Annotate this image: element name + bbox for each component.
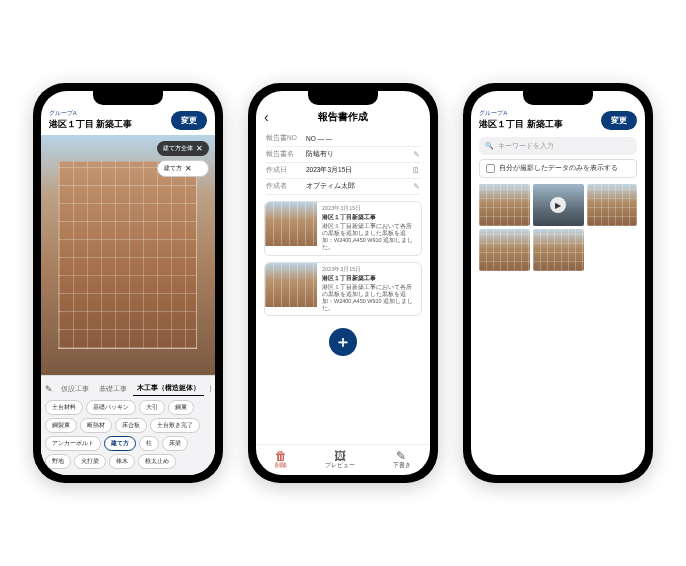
pencil-icon[interactable]: ✎: [45, 384, 53, 394]
media-thumb-video[interactable]: ▶: [533, 184, 584, 226]
meta-row: 報告書NO NO — —: [266, 131, 420, 147]
screen-gallery: グループA 港区１丁目 新築工事 変更 🔍 キーワードを入力 自分が撮影したデー…: [471, 91, 645, 475]
own-data-filter[interactable]: 自分が撮影したデータのみを表示する: [479, 159, 637, 178]
card-thumbnail: [265, 263, 317, 307]
chip-selected[interactable]: 建て方: [104, 436, 136, 451]
search-input[interactable]: 🔍 キーワードを入力: [479, 137, 637, 155]
chip[interactable]: 土台材料: [45, 400, 83, 415]
chip[interactable]: 棟木: [109, 454, 135, 469]
delete-button[interactable]: 🗑 削除: [275, 449, 287, 469]
screen-report-create: ‹ 報告書作成 報告書NO NO — — 報告書名 防蟻有り ✎ 作成日 202…: [256, 91, 430, 475]
chip[interactable]: 床合板: [115, 418, 147, 433]
report-items: 2023年3月15日 港区１丁目新築工事 港区１丁目新築工事において各所の黒板を…: [256, 201, 430, 444]
preview-button[interactable]: 🖼 プレビュー: [325, 449, 355, 469]
report-metadata: 報告書NO NO — — 報告書名 防蟻有り ✎ 作成日 2023年3月15日 …: [256, 129, 430, 201]
chip[interactable]: 柱: [139, 436, 159, 451]
phone-mockup-1: グループA 港区１丁目 新築工事 変更 建て方全体 ✕ 建て方 ✕ ✎ 仮: [33, 83, 223, 483]
group-label: グループA: [49, 109, 133, 118]
image-icon: 🖼: [334, 449, 346, 461]
chip[interactable]: 大引: [139, 400, 165, 415]
device-notch: [308, 89, 378, 105]
project-title: 港区１丁目 新築工事: [49, 118, 133, 131]
search-placeholder: キーワードを入力: [498, 141, 554, 151]
change-button[interactable]: 変更: [601, 111, 637, 130]
chip[interactable]: 野地: [45, 454, 71, 469]
report-date-input[interactable]: 2023年3月15日: [306, 166, 412, 175]
draft-icon: ✎: [396, 449, 408, 461]
chip[interactable]: 土台敷き完了: [150, 418, 200, 433]
edit-icon[interactable]: ✎: [413, 150, 420, 159]
change-button[interactable]: 変更: [171, 111, 207, 130]
group-label: グループA: [479, 109, 563, 118]
media-thumb[interactable]: [587, 184, 638, 226]
chip[interactable]: 鋼束: [168, 400, 194, 415]
camera-preview: 建て方全体 ✕ 建て方 ✕: [41, 135, 215, 375]
chip[interactable]: 鋼製束: [45, 418, 77, 433]
add-button[interactable]: ＋: [329, 328, 357, 356]
report-no-value: NO — —: [306, 135, 420, 142]
search-icon: 🔍: [485, 142, 494, 150]
phone-mockup-3: グループA 港区１丁目 新築工事 変更 🔍 キーワードを入力 自分が撮影したデー…: [463, 83, 653, 483]
report-card[interactable]: 2023年3月15日 港区１丁目新築工事 港区１丁目新築工事において各所の黒板を…: [264, 201, 422, 256]
back-icon[interactable]: ‹: [264, 109, 278, 125]
overlay-target-button[interactable]: 建て方全体 ✕: [157, 141, 209, 156]
chip[interactable]: 床梁: [162, 436, 188, 451]
card-thumbnail: [265, 202, 317, 246]
edit-icon[interactable]: ✎: [413, 182, 420, 191]
project-title: 港区１丁目 新築工事: [479, 118, 563, 131]
report-name-input[interactable]: 防蟻有り: [306, 150, 413, 159]
tab-item[interactable]: 仮設工事: [57, 383, 93, 396]
close-icon[interactable]: ✕: [185, 164, 192, 173]
tag-chips: 土台材料 基礎パッキン 大引 鋼束 鋼製束 断熱材 床合板 土台敷き完了 アンカ…: [45, 400, 211, 469]
device-notch: [93, 89, 163, 105]
chip[interactable]: 火打梁: [74, 454, 106, 469]
checkbox-icon[interactable]: [486, 164, 495, 173]
media-thumb[interactable]: [479, 184, 530, 226]
chip[interactable]: 根太止め: [138, 454, 176, 469]
bottom-toolbar: 🗑 削除 🖼 プレビュー ✎ 下書き: [256, 444, 430, 475]
tab-item-active[interactable]: 木工事（構造躯体）: [133, 382, 204, 396]
meta-row: 作成者 オプティム太郎 ✎: [266, 179, 420, 195]
report-card[interactable]: 2023年3月15日 港区１丁目新築工事 港区１丁目新築工事において各所の黒板を…: [264, 262, 422, 317]
chip[interactable]: 断熱材: [80, 418, 112, 433]
trash-icon: 🗑: [275, 449, 287, 461]
construction-photo: [58, 161, 197, 348]
report-author-input[interactable]: オプティム太郎: [306, 182, 413, 191]
close-icon[interactable]: ✕: [196, 144, 203, 153]
tag-panel: ✎ 仮設工事 基礎工事 木工事（構造躯体） 防蟻処理 土台材料 基礎パッキン 大…: [41, 375, 215, 475]
calendar-icon[interactable]: 🗓: [412, 166, 420, 175]
page-title: 報告書作成: [282, 110, 404, 124]
draft-button[interactable]: ✎ 下書き: [393, 449, 411, 469]
chip[interactable]: アンカーボルト: [45, 436, 101, 451]
meta-row: 報告書名 防蟻有り ✎: [266, 147, 420, 163]
tab-item[interactable]: 防蟻処理: [206, 383, 211, 396]
media-thumb[interactable]: [533, 229, 584, 271]
screen-camera-tagging: グループA 港区１丁目 新築工事 変更 建て方全体 ✕ 建て方 ✕ ✎ 仮: [41, 91, 215, 475]
chip[interactable]: 基礎パッキン: [86, 400, 136, 415]
device-notch: [523, 89, 593, 105]
category-tabs: ✎ 仮設工事 基礎工事 木工事（構造躯体） 防蟻処理: [45, 380, 211, 400]
tab-item[interactable]: 基礎工事: [95, 383, 131, 396]
media-thumb[interactable]: [479, 229, 530, 271]
play-icon: ▶: [550, 197, 566, 213]
media-grid: ▶: [471, 184, 645, 271]
meta-row: 作成日 2023年3月15日 🗓: [266, 163, 420, 179]
phone-mockup-2: ‹ 報告書作成 報告書NO NO — — 報告書名 防蟻有り ✎ 作成日 202…: [248, 83, 438, 483]
overlay-mode-button[interactable]: 建て方 ✕: [157, 160, 209, 177]
